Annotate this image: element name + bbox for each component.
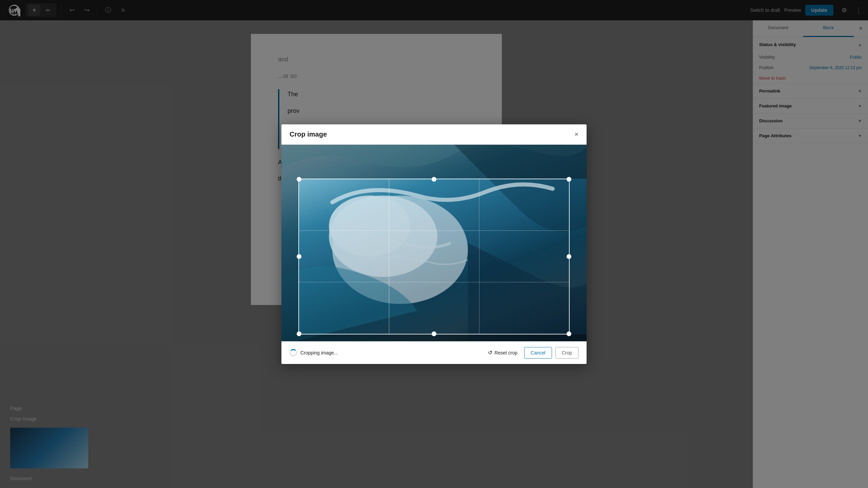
- footer-status: Cropping image...: [290, 349, 479, 357]
- modal-footer: Cropping image... ↺ Reset crop Cancel Cr…: [281, 341, 587, 364]
- modal-close-button[interactable]: ×: [574, 131, 578, 138]
- handle-bottom-left[interactable]: [297, 331, 301, 336]
- handle-top-right[interactable]: [567, 177, 571, 182]
- modal-image-area: [281, 145, 587, 341]
- loading-spinner: [290, 349, 297, 357]
- crop-button[interactable]: Crop: [555, 347, 578, 359]
- status-text: Cropping image...: [300, 350, 338, 355]
- reset-crop-button[interactable]: ↺ Reset crop: [485, 347, 521, 358]
- thirds-h2: [299, 282, 569, 282]
- thirds-h1: [299, 230, 569, 231]
- reset-crop-label: Reset crop: [494, 350, 517, 355]
- reset-icon: ↺: [488, 349, 492, 356]
- handle-middle-right[interactable]: [567, 254, 571, 259]
- handle-middle-left[interactable]: [297, 254, 301, 259]
- crop-image-modal: Crop image ×: [281, 124, 587, 364]
- handle-bottom-center[interactable]: [432, 331, 436, 336]
- modal-title: Crop image: [290, 130, 327, 138]
- crop-selection-box[interactable]: [298, 179, 570, 334]
- footer-actions: ↺ Reset crop Cancel Crop: [485, 347, 578, 359]
- handle-top-left[interactable]: [297, 177, 301, 182]
- handle-bottom-right[interactable]: [567, 331, 571, 336]
- cancel-button[interactable]: Cancel: [524, 347, 552, 359]
- thirds-v2: [479, 179, 479, 334]
- modal-header: Crop image ×: [281, 124, 587, 145]
- thirds-v1: [389, 179, 389, 334]
- handle-top-center[interactable]: [432, 177, 436, 182]
- modal-overlay: Crop image ×: [0, 0, 868, 488]
